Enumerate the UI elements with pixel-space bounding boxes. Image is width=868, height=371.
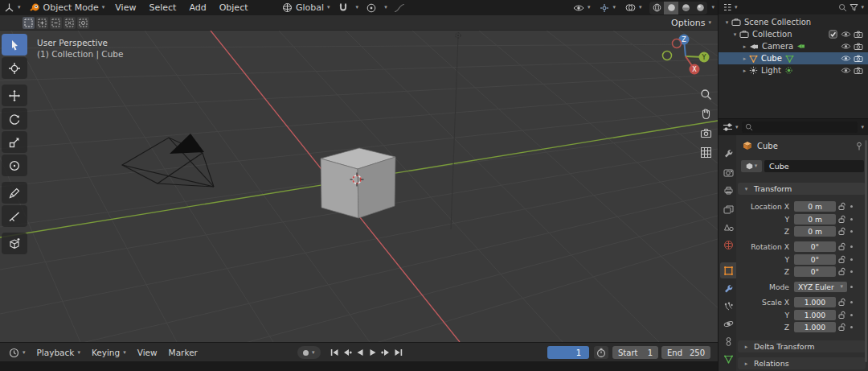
lock-icon[interactable] <box>836 323 847 332</box>
scale-z-field[interactable]: 1.000 <box>794 322 836 332</box>
transform-section-header[interactable]: ▾ Transform <box>738 183 866 195</box>
animate-dot[interactable] <box>847 326 855 328</box>
lock-icon[interactable] <box>836 227 847 236</box>
shading-solid-button[interactable] <box>664 2 678 14</box>
frame-end-field[interactable]: End 250 <box>661 346 710 359</box>
outliner-editor-button[interactable]: ▾ <box>723 2 738 12</box>
menu-view[interactable]: View <box>108 0 142 15</box>
tab-tool[interactable] <box>720 145 736 161</box>
transform-tool-button[interactable] <box>2 155 27 176</box>
menu-object[interactable]: Object <box>213 0 255 15</box>
animate-dot[interactable] <box>847 245 855 248</box>
collection-hide-toggle[interactable] <box>839 31 852 38</box>
next-keyframe-button[interactable] <box>379 346 391 359</box>
animate-dot[interactable] <box>847 230 855 233</box>
select-mode-invert-button[interactable] <box>63 17 76 29</box>
timeline-editor-button[interactable]: ▾ <box>3 348 31 358</box>
zoom-button[interactable] <box>700 89 712 101</box>
id-type-button[interactable]: ▾ <box>741 160 762 172</box>
camera-object[interactable] <box>122 134 214 187</box>
cube-hide-toggle[interactable] <box>839 55 852 62</box>
rotate-tool-button[interactable] <box>2 108 27 130</box>
tab-output[interactable] <box>720 182 736 198</box>
select-box-tool-button[interactable] <box>2 34 27 56</box>
properties-scrollbar[interactable] <box>865 140 867 362</box>
rotation-x-field[interactable]: 0° <box>794 241 836 252</box>
disclosure-open-icon[interactable]: ▾ <box>731 31 739 38</box>
tab-scene[interactable] <box>720 219 736 235</box>
tab-modifiers[interactable] <box>720 280 736 296</box>
menu-add[interactable]: Add <box>182 0 212 15</box>
move-tool-button[interactable] <box>2 85 27 106</box>
cube-render-toggle[interactable] <box>852 54 865 63</box>
snap-toggle-button[interactable] <box>334 0 352 15</box>
disclosure-closed-icon[interactable]: ▸ <box>740 68 749 74</box>
menu-timeline-view[interactable]: View <box>132 343 163 362</box>
tab-view-layer[interactable] <box>720 201 736 217</box>
properties-editor-button[interactable]: ▾ <box>723 122 739 132</box>
outliner-item-scene-collection[interactable]: ▾ Scene Collection <box>719 16 868 28</box>
menu-keying[interactable]: Keying▾ <box>86 343 132 362</box>
relations-section[interactable]: ▸ Relations <box>738 357 866 369</box>
annotate-tool-button[interactable] <box>2 182 27 204</box>
animate-dot[interactable] <box>847 218 855 221</box>
outliner-item-collection[interactable]: ▾ Collection <box>719 28 868 40</box>
location-x-field[interactable]: 0 m <box>794 201 836 212</box>
navigation-gizmo[interactable]: Z Y X <box>657 32 715 84</box>
menu-playback[interactable]: Playback▾ <box>31 343 86 362</box>
gizmo-y-axis-ball[interactable]: Y <box>699 52 710 63</box>
tab-particles[interactable] <box>720 298 736 314</box>
delta-transform-section[interactable]: ▸ Delta Transform <box>738 340 866 352</box>
measure-tool-button[interactable] <box>2 205 27 227</box>
auto-keying-button[interactable]: ▾ <box>297 346 321 359</box>
animate-dot[interactable] <box>847 301 855 303</box>
prev-keyframe-button[interactable] <box>341 346 353 359</box>
scale-y-field[interactable]: 1.000 <box>794 310 836 320</box>
scale-x-field[interactable]: 1.000 <box>794 297 836 307</box>
lock-icon[interactable] <box>836 311 847 319</box>
jump-to-start-button[interactable] <box>328 346 340 359</box>
camera-hide-toggle[interactable] <box>839 43 852 50</box>
frame-start-field[interactable]: Start 1 <box>612 346 658 359</box>
viewport-3d[interactable]: User Perspective (1) Collection | Cube Z… <box>0 31 718 342</box>
preview-range-button[interactable] <box>594 346 608 359</box>
light-hide-toggle[interactable] <box>839 67 852 74</box>
gizmos-dropdown[interactable]: ▾ <box>596 0 620 15</box>
chevron-down-icon[interactable]: ▾ <box>861 5 864 10</box>
light-render-toggle[interactable] <box>852 66 865 75</box>
transform-orientation-dropdown[interactable]: Global ▾ <box>278 0 334 15</box>
object-name-field[interactable]: Cube <box>764 160 864 172</box>
gizmo-x-axis-ball[interactable]: X <box>690 64 700 75</box>
gizmo-neg-x-ball[interactable] <box>673 39 682 48</box>
location-z-field[interactable]: 0 m <box>794 226 836 237</box>
camera-render-toggle[interactable] <box>852 42 865 51</box>
disclosure-open-icon[interactable]: ▾ <box>723 19 731 26</box>
select-mode-set-button[interactable] <box>23 17 35 29</box>
lock-icon[interactable] <box>836 242 847 251</box>
outliner-item-light[interactable]: ▸ Light <box>719 64 868 76</box>
lock-icon[interactable] <box>836 267 847 276</box>
disclosure-closed-icon[interactable]: ▸ <box>740 43 749 50</box>
select-mode-subtract-button[interactable] <box>50 17 62 29</box>
lock-icon[interactable] <box>836 202 847 211</box>
properties-search-input[interactable] <box>742 122 858 133</box>
lock-icon[interactable] <box>836 255 847 264</box>
animate-dot[interactable] <box>847 286 855 288</box>
current-frame-field[interactable]: 1 <box>547 346 589 359</box>
tab-world[interactable] <box>720 237 736 253</box>
location-y-field[interactable]: 0 m <box>794 214 836 225</box>
tab-physics[interactable] <box>720 315 736 332</box>
rotation-z-field[interactable]: 0° <box>794 266 836 277</box>
disclosure-closed-icon[interactable]: ▸ <box>740 56 749 62</box>
pan-hand-button[interactable] <box>700 108 712 120</box>
mode-dropdown[interactable]: Object Mode ▾ <box>25 0 109 15</box>
select-mode-extend-button[interactable] <box>36 17 48 29</box>
shading-options-caret[interactable]: ▾ <box>711 5 714 10</box>
animate-dot[interactable] <box>847 270 855 273</box>
animate-dot[interactable] <box>847 205 855 208</box>
add-cube-tool-button[interactable] <box>2 233 27 254</box>
cursor-tool-button[interactable] <box>2 57 27 79</box>
outliner-item-cube[interactable]: ▸ Cube <box>719 52 868 64</box>
play-button[interactable] <box>366 346 379 359</box>
snap-options-button[interactable]: ▾ <box>352 0 363 15</box>
